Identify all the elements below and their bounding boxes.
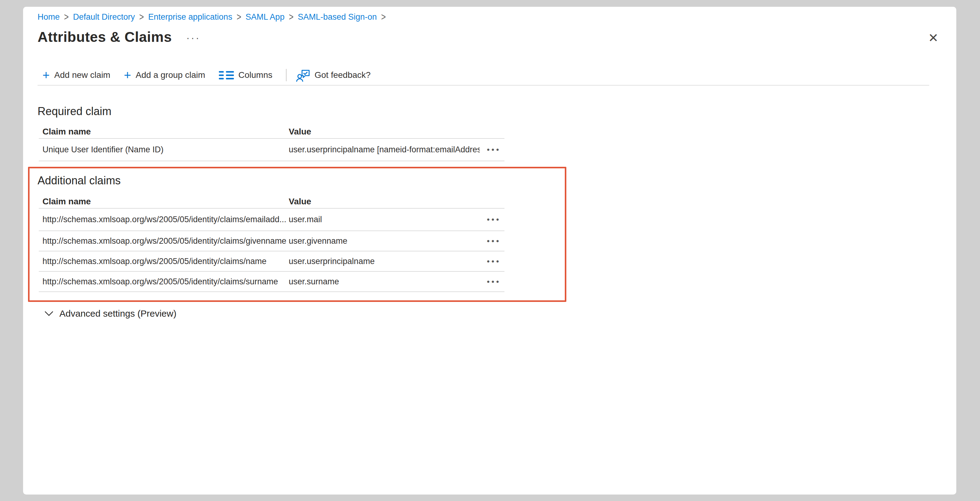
add-new-claim-button[interactable]: + Add new claim: [43, 70, 110, 81]
row-menu-icon[interactable]: •••: [487, 237, 501, 245]
row-menu-icon[interactable]: •••: [487, 146, 501, 154]
add-group-claim-button[interactable]: + Add a group claim: [124, 70, 205, 81]
value-column-header: Value: [289, 127, 480, 137]
plus-icon: +: [43, 70, 49, 81]
additional-claims-heading: Additional claims: [38, 174, 121, 188]
claim-name-cell: Unique User Identifier (Name ID): [39, 145, 289, 154]
claim-value-cell: user.surname: [289, 277, 480, 286]
breadcrumb-link-saml-app[interactable]: SAML App: [246, 12, 285, 22]
table-row[interactable]: http://schemas.xmlsoap.org/ws/2005/05/id…: [39, 272, 504, 292]
row-menu-icon[interactable]: •••: [487, 257, 501, 265]
got-feedback-button[interactable]: Got feedback?: [296, 68, 371, 82]
breadcrumb-link-default-directory[interactable]: Default Directory: [73, 12, 135, 22]
table-row[interactable]: Unique User Identifier (Name ID) user.us…: [39, 139, 504, 161]
required-claim-heading: Required claim: [38, 105, 111, 118]
breadcrumb-separator-icon: >: [139, 11, 144, 24]
table-header-row: Claim name Value: [39, 195, 504, 208]
command-bar: + Add new claim + Add a group claim Colu…: [38, 65, 929, 86]
claim-name-cell: http://schemas.xmlsoap.org/ws/2005/05/id…: [39, 236, 289, 246]
claim-value-cell: user.userprincipalname: [289, 257, 480, 266]
columns-button[interactable]: Columns: [219, 70, 272, 80]
claim-name-column-header: Claim name: [39, 127, 289, 137]
table-row[interactable]: http://schemas.xmlsoap.org/ws/2005/05/id…: [39, 251, 504, 272]
add-new-claim-label: Add new claim: [54, 70, 110, 80]
columns-icon: [219, 71, 234, 80]
claim-value-cell: user.mail: [289, 215, 480, 224]
title-more-menu-icon[interactable]: ···: [186, 30, 200, 46]
columns-label: Columns: [239, 70, 272, 80]
breadcrumb-link-home[interactable]: Home: [38, 12, 60, 22]
toolbar-divider: [286, 69, 286, 81]
additional-claims-table: Claim name Value http://schemas.xmlsoap.…: [39, 195, 504, 292]
advanced-settings-label: Advanced settings (Preview): [59, 307, 177, 320]
breadcrumb-link-saml-based-sign-on[interactable]: SAML-based Sign-on: [298, 12, 377, 22]
row-menu-icon[interactable]: •••: [487, 278, 501, 286]
table-row[interactable]: http://schemas.xmlsoap.org/ws/2005/05/id…: [39, 231, 504, 251]
table-header-row: Claim name Value: [39, 125, 504, 139]
breadcrumb: Home > Default Directory > Enterprise ap…: [38, 12, 390, 22]
claim-name-cell: http://schemas.xmlsoap.org/ws/2005/05/id…: [39, 257, 289, 266]
claim-value-cell: user.userprincipalname [nameid-format:em…: [289, 145, 480, 154]
plus-icon: +: [124, 70, 131, 81]
claim-name-cell: http://schemas.xmlsoap.org/ws/2005/05/id…: [39, 215, 289, 224]
add-group-claim-label: Add a group claim: [136, 70, 205, 80]
breadcrumb-separator-icon: >: [381, 11, 386, 24]
breadcrumb-separator-icon: >: [64, 11, 68, 24]
advanced-settings-toggle[interactable]: Advanced settings (Preview): [45, 307, 177, 320]
required-claims-table: Claim name Value Unique User Identifier …: [39, 125, 504, 161]
value-column-header: Value: [289, 197, 480, 207]
chevron-down-icon: [45, 310, 54, 317]
feedback-icon: [296, 68, 310, 82]
claim-name-column-header: Claim name: [39, 197, 289, 207]
claim-name-cell: http://schemas.xmlsoap.org/ws/2005/05/id…: [39, 277, 289, 286]
breadcrumb-separator-icon: >: [289, 11, 293, 24]
table-row[interactable]: http://schemas.xmlsoap.org/ws/2005/05/id…: [39, 208, 504, 231]
breadcrumb-link-enterprise-applications[interactable]: Enterprise applications: [148, 12, 232, 22]
attributes-claims-panel: Home > Default Directory > Enterprise ap…: [23, 7, 956, 495]
close-icon[interactable]: ✕: [928, 31, 939, 45]
claim-value-cell: user.givenname: [289, 236, 480, 246]
page-title: Attributes & Claims: [38, 29, 172, 45]
got-feedback-label: Got feedback?: [315, 70, 371, 80]
row-menu-icon[interactable]: •••: [487, 215, 501, 223]
breadcrumb-separator-icon: >: [237, 11, 241, 24]
